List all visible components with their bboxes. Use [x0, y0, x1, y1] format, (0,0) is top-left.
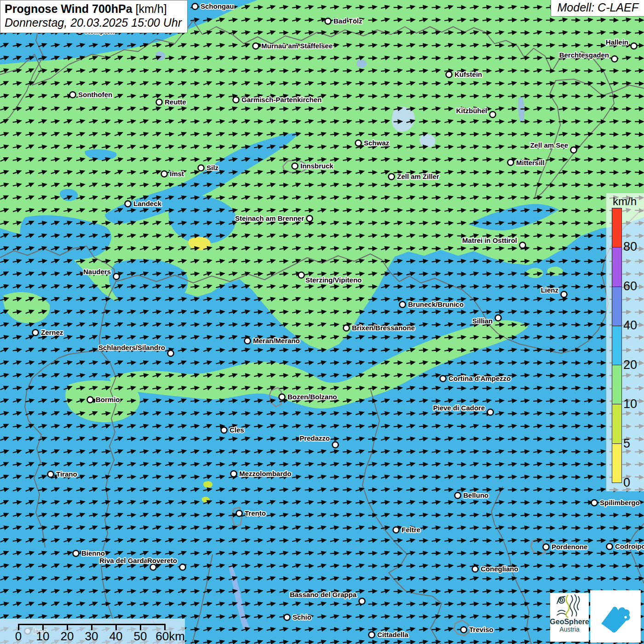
- legend-segment-5: [612, 404, 621, 443]
- city-label: Pieve di Cadore: [433, 404, 485, 412]
- legend-segment-0: [612, 444, 621, 483]
- city-label: Cittadella: [377, 631, 408, 638]
- city-marker: Bozen/Bolzano: [279, 393, 337, 401]
- city-dot: [73, 551, 79, 557]
- city-dot: [114, 274, 120, 280]
- city-label: Mittersill: [516, 159, 545, 167]
- forecast-map: SchongauBad TölzKemptenMurnau am Staffel…: [0, 0, 644, 644]
- scale-tick-label: 0: [15, 629, 22, 644]
- city-marker: Schio: [284, 613, 311, 621]
- topo-contours-icon: [556, 594, 583, 618]
- city-dot: [333, 442, 339, 448]
- city-label: Predazzo: [299, 434, 330, 442]
- city-label: Zell am See: [530, 141, 568, 149]
- city-dot: [307, 216, 313, 222]
- city-dot: [48, 472, 54, 477]
- city-dot: [192, 4, 198, 10]
- geosphere-logo[interactable]: GeoSphere Austria: [550, 593, 589, 642]
- scale-tick-label: 50: [134, 629, 147, 644]
- city-dot: [221, 427, 227, 433]
- legend-tick-label: 60: [623, 279, 637, 293]
- city-marker: Bruneck/Brunico: [400, 300, 464, 308]
- legend-segment-80: [612, 208, 621, 247]
- city-marker: Murnau am Staffelsee: [253, 42, 333, 50]
- legend-color-bar: [612, 208, 622, 483]
- city-marker: Feltre: [393, 526, 420, 534]
- city-marker: Bienno: [73, 549, 105, 557]
- city-marker: Garmisch-Partenkirchen: [233, 96, 322, 104]
- city-dot: [279, 394, 285, 400]
- city-dot: [592, 500, 598, 506]
- city-label: Zell am Ziller: [397, 172, 439, 180]
- city-dot: [161, 171, 167, 177]
- city-label: Schongau: [201, 2, 234, 10]
- wind-5-10-patch: [203, 481, 213, 488]
- page-title: Prognose Wind 700hPa [km/h]: [5, 2, 182, 16]
- city-dot: [461, 627, 467, 633]
- city-dot: [369, 632, 375, 638]
- legend-tick-label: 40: [623, 318, 637, 333]
- city-dot: [488, 409, 494, 415]
- city-dot: [253, 43, 259, 49]
- city-dot: [472, 566, 478, 572]
- city-marker: Meran/Merano: [245, 337, 300, 345]
- lake: [356, 60, 367, 68]
- city-dot: [198, 165, 204, 171]
- city-marker: Bormio: [87, 396, 120, 403]
- city-label: Belluno: [463, 491, 489, 499]
- forecast-datetime: Donnerstag, 20.03.2025 15:00 Uhr: [5, 16, 182, 29]
- city-label: Kufstein: [454, 70, 482, 78]
- city-dot: [150, 564, 156, 570]
- city-marker: Zernez: [33, 328, 63, 336]
- city-dot: [356, 140, 362, 146]
- city-marker: Tirano: [48, 470, 77, 478]
- geosphere-org-name: GeoSphere: [550, 618, 589, 626]
- scale-tick-label: 40: [109, 629, 123, 644]
- scale-tick-label: 10: [36, 629, 50, 644]
- city-dot: [607, 544, 613, 550]
- city-label: Imst: [170, 170, 184, 178]
- city-label: Meran/Merano: [253, 337, 300, 345]
- city-label: Hallein: [606, 38, 628, 46]
- city-label: Feltre: [402, 526, 420, 534]
- city-dot: [440, 376, 446, 382]
- city-dot: [87, 397, 93, 403]
- city-dot: [543, 544, 549, 550]
- legend-segment-20: [612, 326, 621, 365]
- city-marker: Cles: [221, 426, 244, 434]
- city-dot: [520, 242, 526, 248]
- city-marker: Mezzolombardo: [231, 470, 292, 477]
- city-label: Schwaz: [364, 139, 389, 147]
- city-marker: Treviso: [461, 626, 494, 633]
- city-dot: [231, 471, 237, 477]
- model-label: Modell: C-LAEF: [551, 0, 644, 17]
- city-marker: Steinach am Brenner: [235, 214, 313, 222]
- city-dot: [325, 18, 331, 24]
- city-label: Spilimbergo: [600, 499, 640, 506]
- city-dot: [389, 174, 395, 180]
- city-label: Murnau am Staffelsee: [261, 42, 333, 50]
- partner-logo[interactable]: [590, 590, 641, 643]
- city-label: Rovereto: [147, 557, 177, 564]
- city-label: Garmisch-Partenkirchen: [242, 96, 322, 104]
- city-dot: [612, 56, 618, 62]
- city-label: Lienz: [541, 286, 558, 294]
- city-dot: [284, 615, 290, 621]
- city-label: Schio: [293, 613, 311, 621]
- city-label: Silz: [207, 164, 218, 172]
- city-marker: Silz: [198, 164, 218, 172]
- city-marker: Trento: [236, 509, 266, 517]
- legend-tick-label: 0: [623, 476, 630, 490]
- legend-segment-10: [612, 365, 621, 404]
- city-label: Zernez: [41, 328, 63, 336]
- city-label: Berchtesgaden: [559, 51, 609, 59]
- city-label: Sterzing/Vipiteno: [305, 276, 362, 284]
- geosphere-country: Austria: [559, 626, 580, 633]
- city-label: Conegliano: [481, 565, 518, 573]
- city-label: Reutte: [165, 98, 186, 106]
- city-label: Bad Tölz: [334, 17, 362, 25]
- city-dot: [495, 315, 501, 321]
- city-dot: [393, 527, 399, 533]
- legend-segment-40: [612, 287, 621, 326]
- city-label: Landeck: [133, 200, 162, 207]
